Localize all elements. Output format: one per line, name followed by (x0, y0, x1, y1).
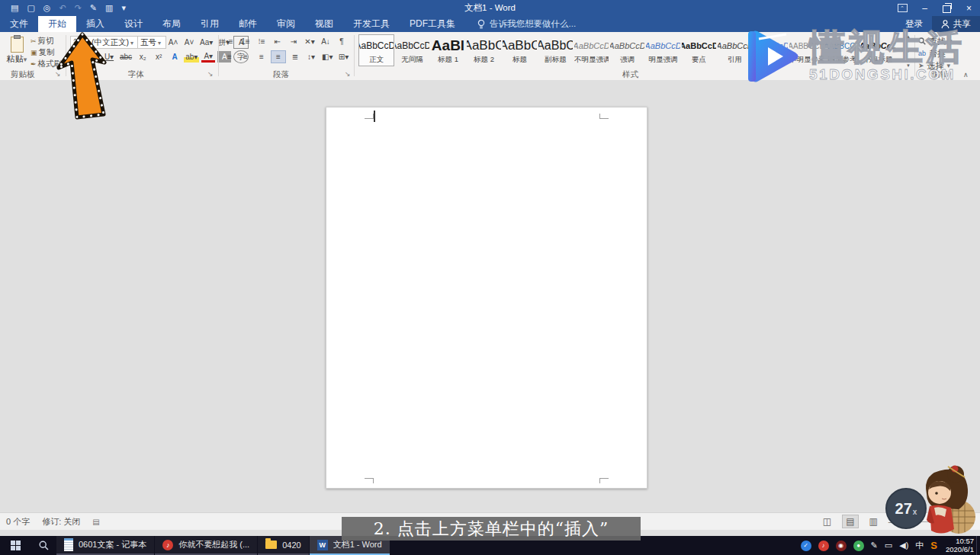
document-area[interactable] (0, 80, 980, 512)
tab-插入[interactable]: 插入 (76, 16, 114, 32)
security-tray-icon[interactable]: ✓ (801, 541, 811, 551)
style-副标题[interactable]: AaBbC副标题 (538, 34, 574, 66)
change-case-button[interactable]: Aa▾ (198, 37, 214, 48)
asian-layout-button[interactable]: ✕▾ (303, 36, 316, 47)
tab-开始[interactable]: 开始 (38, 16, 76, 32)
font-color-button[interactable]: A▾ (201, 51, 215, 63)
style-label: 引用 (718, 55, 752, 65)
group-divider (218, 35, 219, 76)
find-button[interactable]: 查找▾ (918, 35, 953, 47)
tab-设计[interactable]: 设计 (114, 16, 153, 32)
font-dialog-launcher[interactable]: ↘ (207, 70, 214, 78)
pen-tray-icon[interactable]: ✎ (871, 541, 878, 550)
read-mode-button[interactable]: ◫ (820, 515, 834, 528)
tab-审阅[interactable]: 审阅 (267, 16, 305, 32)
tab-邮件[interactable]: 邮件 (229, 16, 267, 32)
proofing-icon[interactable]: ▤ (92, 518, 99, 526)
restore-button[interactable] (936, 0, 958, 16)
ribbon-display-options-icon[interactable]: ⌃ (892, 0, 914, 16)
style-preview: AaBbCcD (610, 37, 644, 55)
multilevel-list-button[interactable]: ⁝≡ (255, 36, 268, 47)
ime-indicator[interactable]: 中 (915, 540, 924, 551)
callout-arrow (56, 32, 128, 125)
taskbar-search-button[interactable] (31, 536, 56, 555)
text-effects-button[interactable]: A (168, 51, 182, 63)
word-count[interactable]: 0 个字 (6, 516, 30, 528)
share-button[interactable]: 共享 (932, 16, 980, 32)
taskbar-app-notepad[interactable]: 0601文案 - 记事本 (56, 536, 154, 555)
font-group-label: 字体 (128, 69, 144, 80)
taskbar-app-folder[interactable]: 0420 (258, 536, 308, 555)
sogou-tray-icon[interactable]: S (930, 540, 937, 551)
tab-file[interactable]: 文件 (0, 16, 38, 32)
shading-button[interactable]: ◧▾ (320, 51, 334, 63)
music-icon: ♪ (162, 540, 173, 550)
taskbar-app-label: 文档1 - Word (333, 539, 382, 550)
borders-button[interactable]: ⊞▾ (336, 51, 350, 63)
superscript-button[interactable]: x² (152, 51, 165, 63)
align-center-button[interactable]: ≡ (239, 51, 252, 63)
track-changes-status[interactable]: 修订: 关闭 (42, 516, 80, 528)
align-left-button[interactable]: ≡ (223, 51, 236, 63)
print-layout-button[interactable]: ▤ (842, 515, 858, 528)
style-要点[interactable]: AaBbCcD要点 (681, 34, 717, 66)
style-无间隔[interactable]: AaBbCcDt无间隔 (394, 34, 430, 66)
style-强调[interactable]: AaBbCcD强调 (609, 34, 645, 66)
recorder-tray-icon[interactable]: ◉ (836, 541, 847, 551)
style-正文[interactable]: AaBbCcDt正文 (358, 34, 394, 66)
style-label: 正文 (359, 55, 394, 65)
tab-PDF工具集[interactable]: PDF工具集 (400, 16, 465, 32)
style-书籍标题[interactable]: AaBbCcD书籍标题 (860, 34, 896, 66)
decrease-indent-button[interactable]: ⇤ (271, 36, 284, 47)
display-tray-icon[interactable]: ▭ (885, 541, 892, 550)
grow-font-button[interactable]: A˄ (166, 37, 180, 48)
sign-in-button[interactable]: 登录 (896, 16, 932, 32)
numbering-button[interactable]: 1≡ (239, 36, 252, 47)
music-tray-icon[interactable]: ♪ (818, 541, 829, 551)
style-gallery-scroll[interactable]: ▲▼▼ (904, 34, 912, 68)
style-不明显强调[interactable]: AaBbCcD不明显强调 (574, 34, 609, 66)
sort-button[interactable]: A↓ (319, 36, 333, 47)
line-spacing-button[interactable]: ↕▾ (304, 51, 318, 63)
paragraph-dialog-launcher[interactable]: ↘ (345, 70, 351, 78)
collapse-ribbon-icon[interactable]: ∧ (963, 71, 969, 79)
highlight-button[interactable]: ab▾ (184, 51, 199, 63)
start-button[interactable] (0, 536, 31, 555)
tab-开发工具[interactable]: 开发工具 (343, 16, 400, 32)
subscript-button[interactable]: x₂ (136, 51, 149, 63)
tell-me-box[interactable]: 告诉我您想要做什么... (477, 16, 576, 32)
web-layout-button[interactable]: ▥ (866, 515, 881, 528)
distributed-button[interactable]: ≣ (288, 51, 302, 63)
anime-character-overlay (911, 464, 980, 537)
replace-button[interactable]: ab 替换 (918, 47, 953, 59)
justify-button[interactable]: ≡ (271, 50, 286, 63)
copy-button[interactable]: ▣复制 (31, 47, 55, 58)
cut-button[interactable]: ✂剪切 (31, 36, 54, 47)
align-right-button[interactable]: ≡ (255, 51, 268, 63)
shrink-font-button[interactable]: A˅ (182, 37, 196, 48)
bullets-button[interactable]: •≡ (223, 36, 236, 47)
messenger-tray-icon[interactable]: ● (853, 541, 864, 551)
close-button[interactable]: × (958, 0, 980, 16)
style-标题 2[interactable]: AaBbC标题 2 (466, 34, 502, 66)
minimize-button[interactable]: – (914, 0, 936, 16)
volume-tray-icon[interactable]: ◀) (899, 541, 908, 550)
increase-indent-button[interactable]: ⇥ (287, 36, 300, 47)
show-marks-button[interactable]: ¶ (335, 36, 349, 47)
style-不明显参考[interactable]: AABBCCD不明显参考 (789, 34, 824, 66)
style-标题 1[interactable]: AaBl标题 1 (430, 34, 466, 66)
font-size-combobox[interactable]: 五号▾ (137, 36, 166, 49)
tab-视图[interactable]: 视图 (305, 16, 343, 32)
taskbar-app-music[interactable]: ♪你就不要想起我 (... (155, 536, 257, 555)
tab-引用[interactable]: 引用 (191, 16, 229, 32)
document-page[interactable] (326, 107, 647, 489)
taskbar-clock[interactable]: 10:57 2020/6/1 (946, 537, 974, 553)
style-标题[interactable]: AaBbC标题 (502, 34, 538, 66)
show-desktop-button[interactable] (976, 536, 980, 555)
tab-布局[interactable]: 布局 (153, 16, 191, 32)
style-label: 标题 (503, 55, 537, 65)
style-明显引用[interactable]: AaBbCcD明显引用 (753, 34, 789, 66)
style-引用[interactable]: AaBbCcD引用 (717, 34, 753, 66)
style-明显参考[interactable]: AABBCCD明显参考 (824, 34, 860, 66)
style-明显强调[interactable]: AaBbCcD明显强调 (645, 34, 681, 66)
